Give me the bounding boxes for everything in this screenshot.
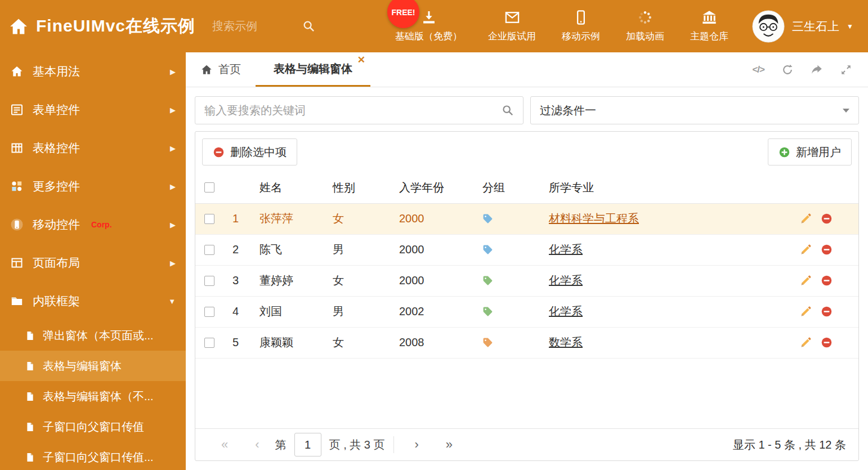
chevron-right-icon: ▶ [170, 259, 176, 267]
nav-item-mobile-demo[interactable]: 移动示例 [551, 10, 611, 43]
first-page-button[interactable]: « [208, 437, 241, 452]
brand[interactable]: FineUIMvc在线示例 [0, 15, 195, 38]
sidebar-subitem-grid-edit-window[interactable]: 表格与编辑窗体 [0, 351, 186, 381]
sidebar-item-form-controls[interactable]: 表单控件 ▶ [0, 91, 186, 129]
sidebar-item-page-layout[interactable]: 页面布局 ▶ [0, 244, 186, 282]
delete-icon[interactable] [821, 337, 833, 348]
major-link[interactable]: 化学系 [549, 243, 583, 256]
mail-icon [504, 10, 520, 25]
col-name: 姓名 [255, 172, 328, 203]
delete-icon[interactable] [821, 306, 833, 317]
tab-bar: 首页 表格与编辑窗体 ✕ </> [186, 52, 868, 87]
share-icon[interactable] [811, 64, 823, 76]
table-row[interactable]: 5 康颖颖 女 2008 数学系 [195, 327, 858, 358]
edit-icon[interactable] [800, 244, 812, 256]
close-icon[interactable]: ✕ [357, 55, 365, 65]
avatar [752, 10, 785, 43]
chevron-right-icon: ▶ [170, 68, 176, 76]
sidebar-subitem-popup-window[interactable]: 弹出窗体（本页面或... [0, 320, 186, 351]
next-page-button[interactable]: › [401, 437, 432, 452]
keyword-search-input[interactable] [204, 104, 496, 117]
tab-grid-edit-window[interactable]: 表格与编辑窗体 ✕ [256, 52, 370, 87]
refresh-icon[interactable] [781, 64, 794, 76]
cell-year: 2000 [395, 234, 478, 265]
select-all-checkbox[interactable] [204, 182, 214, 193]
filter-dropdown[interactable]: 过滤条件一 [530, 96, 859, 124]
row-checkbox[interactable] [204, 338, 214, 348]
col-index [228, 172, 255, 203]
tag-icon [482, 337, 540, 348]
prev-page-button[interactable]: ‹ [241, 437, 272, 452]
row-checkbox[interactable] [204, 214, 214, 224]
row-checkbox[interactable] [204, 307, 214, 317]
nav-item-loading-anim[interactable]: 加载动画 [615, 10, 675, 43]
header-search-input[interactable] [212, 20, 297, 33]
tag-icon [482, 213, 540, 224]
nav-label: 企业版试用 [488, 30, 536, 43]
grid-panel: 删除选中项 新增用户 [195, 131, 859, 461]
sidebar-subitem-grid-edit-window-2[interactable]: 表格与编辑窗体（不... [0, 381, 186, 411]
tab-tools: </> [752, 52, 868, 87]
delete-icon[interactable] [821, 275, 833, 287]
delete-icon[interactable] [821, 213, 833, 225]
table-row[interactable]: 4 刘国 男 2002 化学系 [195, 296, 858, 327]
cell-name: 董婷婷 [255, 265, 328, 296]
row-checkbox[interactable] [204, 276, 214, 286]
sidebar-item-grid-controls[interactable]: 表格控件 ▶ [0, 129, 186, 167]
row-checkbox[interactable] [204, 245, 214, 255]
row-index: 1 [228, 203, 255, 234]
sidebar-item-more-controls[interactable]: 更多控件 ▶ [0, 167, 186, 205]
body-row: 基本用法 ▶ 表单控件 ▶ 表格控件 ▶ 更多 [0, 52, 868, 470]
major-link[interactable]: 化学系 [549, 274, 583, 287]
page-label-total: 页 , 共 3 页 [329, 437, 385, 453]
edit-icon[interactable] [800, 337, 812, 348]
nav-item-theme-store[interactable]: 主题仓库 [679, 10, 740, 43]
last-page-button[interactable]: » [432, 437, 466, 452]
major-link[interactable]: 数学系 [549, 336, 583, 348]
sidebar: 基本用法 ▶ 表单控件 ▶ 表格控件 ▶ 更多 [0, 52, 186, 470]
delete-selected-button[interactable]: 删除选中项 [202, 138, 297, 165]
file-icon [25, 330, 35, 341]
sidebar-subitem-label: 子窗口向父窗口传值 [43, 419, 144, 435]
edit-icon[interactable] [800, 275, 812, 287]
nav-item-enterprise-trial[interactable]: 企业版试用 [477, 10, 547, 43]
header-search [212, 20, 315, 33]
cell-gender: 女 [328, 327, 395, 358]
table-row[interactable]: 3 董婷婷 女 2000 化学系 [195, 265, 858, 296]
tab-home[interactable]: 首页 [186, 52, 256, 87]
user-name: 三生石上 [792, 19, 839, 34]
edit-icon[interactable] [800, 306, 812, 317]
nav-label: 移动示例 [562, 30, 600, 43]
table-row[interactable]: 1 张萍萍 女 2000 材料科学与工程系 [195, 203, 858, 234]
edit-icon[interactable] [800, 213, 812, 225]
bank-icon [701, 10, 717, 25]
sidebar-item-label: 内联框架 [33, 293, 80, 309]
col-year: 入学年份 [395, 172, 478, 203]
nav-label: 加载动画 [626, 30, 664, 43]
major-link[interactable]: 化学系 [549, 305, 583, 317]
sidebar-subitem-label: 表格与编辑窗体（不... [43, 389, 154, 404]
search-icon[interactable] [502, 104, 514, 117]
table-row[interactable]: 2 陈飞 男 2000 化学系 [195, 234, 858, 265]
divider [393, 436, 394, 453]
mobile-icon [573, 10, 589, 25]
sidebar-item-basic-usage[interactable]: 基本用法 ▶ [0, 52, 186, 91]
sidebar-item-mobile-controls[interactable]: 移动控件 Corp. ▶ [0, 205, 186, 244]
filter-row: 过滤条件一 [195, 96, 859, 124]
row-index: 4 [228, 296, 255, 327]
search-icon[interactable] [302, 20, 315, 33]
sidebar-subitem-child-to-parent-2[interactable]: 子窗口向父窗口传值... [0, 442, 186, 470]
source-code-icon[interactable]: </> [752, 64, 764, 75]
user-menu[interactable]: 三生石上 ▼ [740, 10, 868, 43]
cell-year: 2002 [395, 296, 478, 327]
delete-icon[interactable] [821, 244, 833, 256]
col-gender: 性别 [328, 172, 395, 203]
major-link[interactable]: 材料科学与工程系 [549, 212, 639, 225]
sidebar-subitem-child-to-parent[interactable]: 子窗口向父窗口传值 [0, 411, 186, 442]
expand-icon[interactable] [840, 64, 852, 76]
add-user-button[interactable]: 新增用户 [768, 138, 852, 165]
page-number-input[interactable] [294, 433, 321, 456]
home-icon [9, 17, 28, 36]
sidebar-item-inline-frame[interactable]: 内联框架 ▼ [0, 282, 186, 320]
sidebar-subitem-label: 弹出窗体（本页面或... [43, 328, 154, 343]
